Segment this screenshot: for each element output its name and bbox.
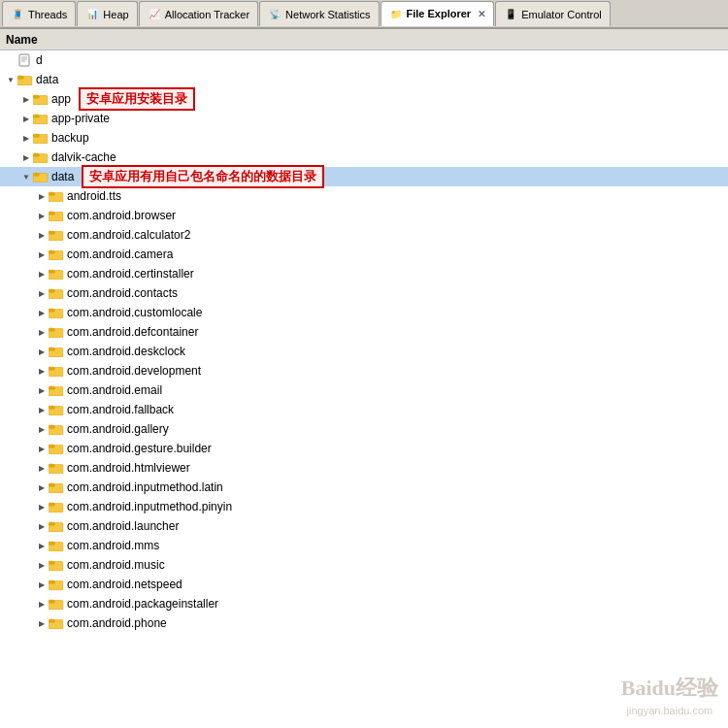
icon-com.android.inputmethod.pinyin [49,500,64,513]
expand-arrow-backup[interactable]: ▶ [19,131,33,145]
tab-network[interactable]: 📡Network Statistics [259,1,379,26]
label-com.android.camera: com.android.camera [67,248,173,261]
column-header: Name [0,29,728,50]
expand-arrow-com.android.defcontainer[interactable]: ▶ [35,325,49,339]
tree-item-com.android.calculator2[interactable]: ▶ com.android.calculator2 [0,225,728,245]
expand-arrow-com.android.inputmethod.pinyin[interactable]: ▶ [35,500,49,513]
svg-rect-45 [49,328,53,330]
tree-item-com.android.netspeed[interactable]: ▶ com.android.netspeed [0,575,728,594]
icon-com.android.email [49,383,64,397]
icon-dalvik-cache [33,150,49,164]
tab-heap[interactable]: 📊Heap [77,1,137,26]
tree-item-com.android.music[interactable]: ▶ com.android.music [0,555,728,575]
tree-item-d[interactable]: d [0,50,728,70]
expand-arrow-com.android.browser[interactable]: ▶ [35,209,49,222]
expand-arrow-com.android.customlocale[interactable]: ▶ [35,306,49,319]
icon-com.android.defcontainer [49,325,64,339]
tree-item-com.android.deskclock[interactable]: ▶ com.android.deskclock [0,342,728,361]
expand-arrow-com.android.contacts[interactable]: ▶ [35,286,49,300]
svg-rect-18 [33,153,38,155]
tree-item-app[interactable]: ▶ app安卓应用安装目录 [0,89,728,109]
icon-app-private [33,112,49,125]
expand-arrow-com.android.inputmethod.latin[interactable]: ▶ [35,480,49,494]
tab-allocation[interactable]: 📈Allocation Tracker [139,1,258,26]
label-d: d [36,53,43,67]
tree-item-com.android.inputmethod.latin[interactable]: ▶ com.android.inputmethod.latin [0,478,728,497]
svg-rect-90 [49,619,53,621]
tree-item-com.android.htmlviewer[interactable]: ▶ com.android.htmlviewer [0,458,728,478]
expand-arrow-com.android.music[interactable]: ▶ [35,558,49,572]
annotation-app: 安卓应用安装目录 [79,87,195,111]
tree-item-com.android.customlocale[interactable]: ▶ com.android.customlocale [0,303,728,322]
tree-item-android-tts[interactable]: ▶ android.tts [0,186,728,206]
tree-item-com.android.certinstaller[interactable]: ▶ com.android.certinstaller [0,264,728,283]
label-com.android.gesture.builder: com.android.gesture.builder [67,442,212,455]
svg-rect-42 [49,309,53,311]
tree-item-com.android.browser[interactable]: ▶ com.android.browser [0,206,728,225]
tree-item-com.android.mms[interactable]: ▶ com.android.mms [0,536,728,555]
tab-file-explorer[interactable]: 📁File Explorer✕ [381,1,495,26]
expand-arrow-d[interactable] [4,53,17,67]
expand-arrow-com.android.gallery[interactable]: ▶ [35,422,49,436]
expand-arrow-com.android.launcher[interactable]: ▶ [35,519,49,533]
tree-item-dalvik-cache[interactable]: ▶ dalvik-cache [0,148,728,167]
tree-item-com.android.contacts[interactable]: ▶ com.android.contacts [0,283,728,303]
svg-rect-33 [49,250,53,252]
tab-emulator[interactable]: 📱Emulator Control [495,1,611,26]
expand-arrow-data[interactable]: ▼ [4,73,17,86]
icon-com.android.calculator2 [49,228,64,242]
expand-arrow-data-sub[interactable]: ▼ [19,170,33,183]
icon-com.android.customlocale [49,306,64,319]
icon-com.android.contacts [49,286,64,300]
svg-rect-15 [33,134,38,136]
tree-item-com.android.phone[interactable]: ▶ com.android.phone [0,613,728,633]
label-com.android.defcontainer: com.android.defcontainer [67,325,198,339]
tree-item-com.android.gallery[interactable]: ▶ com.android.gallery [0,419,728,439]
expand-arrow-com.android.deskclock[interactable]: ▶ [35,345,49,358]
expand-arrow-com.android.phone[interactable]: ▶ [35,616,49,630]
expand-arrow-com.android.fallback[interactable]: ▶ [35,403,49,416]
svg-rect-87 [49,600,53,602]
svg-rect-51 [49,367,53,369]
label-dalvik-cache: dalvik-cache [51,150,116,164]
tree-area: d▼ data▶ app安卓应用安装目录▶ app-private▶ backu… [0,50,728,728]
tab-close-file-explorer[interactable]: ✕ [478,9,485,19]
expand-arrow-com.android.certinstaller[interactable]: ▶ [35,267,49,281]
tree-item-com.android.gesture.builder[interactable]: ▶ com.android.gesture.builder [0,439,728,458]
tree-item-com.android.inputmethod.pinyin[interactable]: ▶ com.android.inputmethod.pinyin [0,497,728,516]
tree-item-data-sub[interactable]: ▼ data安卓应用有用自己包名命名的的数据目录 [0,167,728,186]
tree-item-app-private[interactable]: ▶ app-private [0,109,728,128]
expand-arrow-com.android.mms[interactable]: ▶ [35,539,49,552]
tree-item-com.android.development[interactable]: ▶ com.android.development [0,361,728,381]
tree-item-data[interactable]: ▼ data [0,70,728,89]
expand-arrow-com.android.camera[interactable]: ▶ [35,248,49,261]
expand-arrow-app[interactable]: ▶ [19,92,33,106]
svg-rect-57 [49,406,53,408]
expand-arrow-android-tts[interactable]: ▶ [35,189,49,203]
expand-arrow-com.android.calculator2[interactable]: ▶ [35,228,49,242]
expand-arrow-dalvik-cache[interactable]: ▶ [19,150,33,164]
expand-arrow-app-private[interactable]: ▶ [19,112,33,125]
tree-item-com.android.launcher[interactable]: ▶ com.android.launcher [0,516,728,536]
icon-d [17,53,33,67]
network-tab-icon: 📡 [268,8,281,21]
expand-arrow-com.android.email[interactable]: ▶ [35,383,49,397]
expand-arrow-com.android.netspeed[interactable]: ▶ [35,578,49,591]
expand-arrow-com.android.packageinstaller[interactable]: ▶ [35,597,49,611]
icon-com.android.certinstaller [49,267,64,281]
svg-rect-48 [49,347,53,349]
tab-threads[interactable]: 🧵Threads [2,1,76,26]
tree-item-com.android.camera[interactable]: ▶ com.android.camera [0,245,728,264]
svg-rect-36 [49,270,53,272]
tree-item-com.android.defcontainer[interactable]: ▶ com.android.defcontainer [0,322,728,342]
expand-arrow-com.android.htmlviewer[interactable]: ▶ [35,461,49,475]
tree-item-backup[interactable]: ▶ backup [0,128,728,148]
tree-item-com.android.email[interactable]: ▶ com.android.email [0,381,728,400]
icon-android-tts [49,189,64,203]
tree-item-com.android.packageinstaller[interactable]: ▶ com.android.packageinstaller [0,594,728,613]
expand-arrow-com.android.gesture.builder[interactable]: ▶ [35,442,49,455]
watermark: Baidu经验 jingyan.baidu.com [621,674,718,716]
tree-item-com.android.fallback[interactable]: ▶ com.android.fallback [0,400,728,419]
expand-arrow-com.android.development[interactable]: ▶ [35,364,49,378]
label-com.android.htmlviewer: com.android.htmlviewer [67,461,190,475]
